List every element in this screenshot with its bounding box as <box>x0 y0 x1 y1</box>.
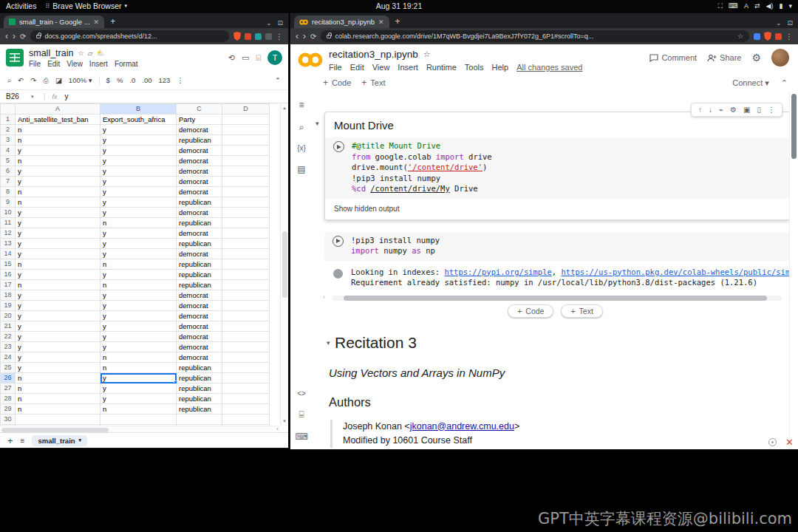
new-tab-button[interactable]: + <box>110 16 115 27</box>
cell-D2[interactable] <box>222 125 270 135</box>
author-email-link[interactable]: jkonan@andrew.cmu.edu <box>410 421 514 432</box>
address-bar[interactable]: colab.research.google.com/drive/1M7qWB-B… <box>321 30 749 42</box>
move-cell-up-icon[interactable]: ↑ <box>698 106 702 114</box>
scrollbar-thumb[interactable] <box>344 296 767 301</box>
cell-C6[interactable]: democrat <box>177 166 222 177</box>
cell-C30[interactable] <box>177 415 222 425</box>
cell-C12[interactable]: democrat <box>177 228 222 239</box>
extension-icon[interactable] <box>265 33 272 40</box>
cell-C16[interactable]: republican <box>177 270 222 280</box>
cell-C10[interactable]: democrat <box>177 208 222 218</box>
extension-icon[interactable] <box>754 33 760 40</box>
cell-A4[interactable]: y <box>16 146 100 156</box>
cell-D21[interactable] <box>222 321 270 332</box>
cell-B1[interactable]: Export_south_africa <box>100 115 177 125</box>
cell-B12[interactable]: y <box>100 228 177 239</box>
cell-B15[interactable]: n <box>100 259 177 270</box>
add-sheet-button[interactable]: + <box>7 435 13 446</box>
collapse-section-icon[interactable]: ▾ <box>327 339 330 347</box>
column-header-D[interactable]: D <box>222 104 270 115</box>
cell-C23[interactable]: democrat <box>177 342 222 352</box>
collapse-toolbar-icon[interactable]: ⌃ <box>275 76 281 84</box>
row-header-10[interactable]: 10 <box>1 208 16 218</box>
search-icon[interactable]: ⌕ <box>299 122 304 132</box>
row-header-3[interactable]: 3 <box>1 135 16 146</box>
fill-handle[interactable] <box>174 381 177 383</box>
forward-button[interactable]: › <box>13 32 16 41</box>
cell-C7[interactable]: democrat <box>177 177 222 187</box>
screen-icon[interactable]: ⛶ <box>718 2 723 10</box>
tab-search-icon[interactable]: ⌄ <box>776 19 782 27</box>
cell-C11[interactable]: republican <box>177 218 222 228</box>
cell-D17[interactable] <box>222 280 270 290</box>
run-cell-button[interactable] <box>333 141 344 152</box>
code-editor[interactable]: !pip3 install numpyimport numpy as np <box>351 232 791 261</box>
colab-menu-edit[interactable]: Edit <box>350 63 364 72</box>
cell-B25[interactable]: n <box>100 363 177 373</box>
cell-A25[interactable]: y <box>16 363 100 373</box>
output-horizontal-scrollbar[interactable]: ‹ › <box>326 295 788 301</box>
delete-cell-icon[interactable]: ▯ <box>757 106 761 114</box>
cell-A28[interactable]: n <box>16 394 100 404</box>
cell-A2[interactable]: n <box>16 125 100 135</box>
cell-B3[interactable]: y <box>100 135 177 146</box>
row-header-22[interactable]: 22 <box>1 332 16 342</box>
cell-A26[interactable]: n <box>16 373 100 383</box>
row-header-1[interactable]: 1 <box>1 115 16 125</box>
input-language-icon[interactable]: A <box>744 2 748 10</box>
cell-A17[interactable]: n <box>16 280 100 290</box>
cell-D6[interactable] <box>222 166 270 177</box>
cell-C18[interactable]: democrat <box>177 290 222 301</box>
copy-cell-icon[interactable]: ▣ <box>743 106 750 114</box>
cell-D7[interactable] <box>222 177 270 187</box>
move-cell-down-icon[interactable]: ↓ <box>709 106 712 114</box>
cell-B18[interactable]: y <box>100 290 177 301</box>
version-history-icon[interactable]: ⟲ <box>228 53 235 63</box>
formula-input[interactable]: y <box>65 92 69 100</box>
cell-A10[interactable]: y <box>16 208 100 218</box>
connect-button[interactable]: Connect ▾ <box>732 78 769 88</box>
colab-menu-insert[interactable]: Insert <box>398 63 418 72</box>
cell-D10[interactable] <box>222 208 270 218</box>
volume-icon[interactable]: ◀) <box>766 2 774 10</box>
colab-menu-runtime[interactable]: Runtime <box>426 63 457 72</box>
collapse-section-icon[interactable]: ▾ <box>316 120 319 127</box>
cell-B24[interactable]: n <box>100 352 177 363</box>
scroll-left-icon[interactable]: ‹ <box>323 293 325 301</box>
cell-B8[interactable]: y <box>100 187 177 197</box>
row-header-28[interactable]: 28 <box>1 394 16 404</box>
code-cell-mount-drive[interactable]: ▾ ↑ ↓ ⌁ ⚙ ▣ ▯ ⋮ Mount Drive <box>324 112 791 220</box>
row-header-5[interactable]: 5 <box>1 156 16 166</box>
cell-C8[interactable]: democrat <box>177 187 222 197</box>
sheets-menu-insert[interactable]: Insert <box>89 60 108 68</box>
cell-D30[interactable] <box>222 415 270 425</box>
avatar[interactable] <box>771 49 789 66</box>
cell-C22[interactable]: democrat <box>177 332 222 342</box>
clock[interactable]: Aug 31 19:21 <box>376 1 422 10</box>
cell-D22[interactable] <box>222 332 270 342</box>
cell-D8[interactable] <box>222 187 270 197</box>
row-header-25[interactable]: 25 <box>1 363 16 373</box>
cell-B27[interactable]: y <box>100 383 177 394</box>
add-text-button[interactable]: + Text <box>561 304 602 318</box>
cell-D12[interactable] <box>222 228 270 239</box>
redo-icon[interactable]: ↷ <box>30 76 36 84</box>
cell-A8[interactable]: n <box>16 187 100 197</box>
cell-A19[interactable]: y <box>16 301 100 311</box>
back-button[interactable]: ‹ <box>296 32 299 41</box>
document-title[interactable]: small_train <box>29 48 73 58</box>
cell-B19[interactable]: y <box>100 301 177 311</box>
cell-C1[interactable]: Party <box>177 115 222 125</box>
app-menu[interactable]: ⠿ Brave Web Browser ▾ <box>45 1 127 10</box>
cell-A27[interactable]: n <box>16 383 100 394</box>
row-header-21[interactable]: 21 <box>1 321 16 332</box>
cell-B17[interactable]: n <box>100 280 177 290</box>
cell-B28[interactable]: y <box>100 394 177 404</box>
cell-D13[interactable] <box>222 239 270 249</box>
window-menu-icon[interactable]: ⊡ <box>277 19 283 27</box>
cell-A14[interactable]: y <box>16 249 100 259</box>
extension-icon[interactable] <box>245 33 251 40</box>
cell-C3[interactable]: republican <box>177 135 222 146</box>
row-header-23[interactable]: 23 <box>1 342 16 352</box>
cell-A29[interactable]: n <box>16 404 100 415</box>
